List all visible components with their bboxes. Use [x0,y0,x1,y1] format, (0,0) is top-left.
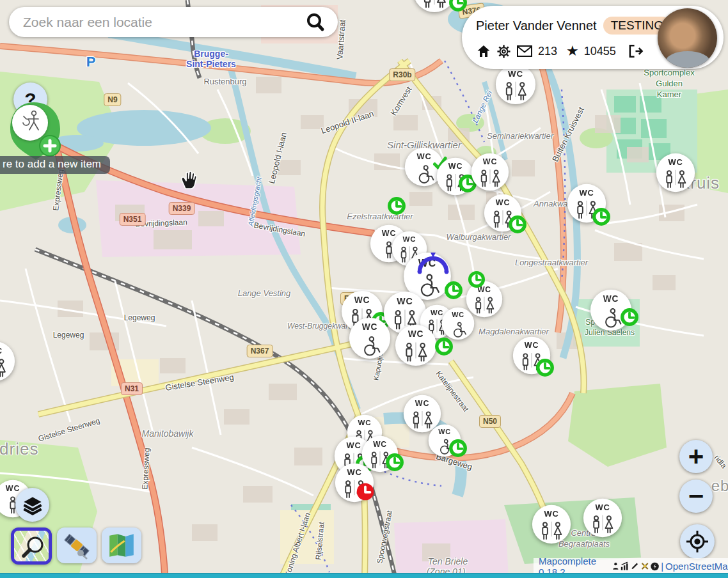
svg-text:WC: WC [373,440,387,449]
toilet-marker[interactable]: WC [441,307,475,340]
map-label: Ten Briele [428,556,468,566]
toilet-marker[interactable]: WC [590,289,632,331]
svg-text:WC: WC [544,509,558,519]
toilet-marker[interactable]: WC [471,153,509,191]
map-label: Rijselstraat [313,522,326,560]
map-label: Bevrijdingslaan [253,221,306,238]
map-label: Spoorwegstraat [375,510,394,564]
map-label: Leopold II-laan [320,109,375,136]
map-label: Leopold I-laan [267,131,289,185]
theme-color-bar [0,573,728,578]
svg-text:WC: WC [595,503,610,512]
map-label: Lange Vesting [238,288,291,298]
map-label: Sint-Pieters [186,59,236,69]
map-label: Seminariekwartier [487,131,553,141]
osm-link[interactable]: OpenStreetMap [665,561,728,572]
map-overlay: Brugge-Sint-PietersRustenburgPVaartstraa… [0,0,728,578]
zoom-in-button[interactable]: + [679,440,713,473]
layers-button[interactable] [15,488,49,522]
search-button[interactable] [301,11,330,34]
map-label: Koning Albert I-laan [283,512,312,578]
svg-text:WC: WC [525,341,539,350]
svg-text:WC: WC [358,418,372,426]
map-label: Brugge- [194,49,228,59]
style-satellite-button[interactable] [57,527,97,563]
avatar[interactable] [658,8,717,68]
svg-text:WC: WC [483,157,498,166]
toilet-marker[interactable]: WC [567,184,606,223]
map-label: Afleidingsgracht [246,176,262,226]
toilet-marker[interactable]: WC [395,324,437,366]
logout-icon[interactable] [628,44,644,58]
toilet-marker[interactable]: WC [583,498,622,538]
svg-text:WC: WC [477,285,491,294]
map-label: Manitobawijk [142,428,194,439]
gear-icon[interactable] [496,44,511,59]
map-label: eb [711,477,728,495]
message-count: 213 [538,45,557,58]
svg-text:WC: WC [508,69,523,79]
road-ref-badge: N367 [247,345,273,357]
svg-text:WC: WC [496,198,510,207]
svg-text:WC: WC [347,467,361,477]
svg-text:WC: WC [408,329,424,339]
road-ref-badge: N339 [169,202,195,215]
search-input[interactable] [22,14,301,31]
geolocate-button[interactable] [680,524,715,559]
svg-text:WC: WC [0,346,3,355]
style-map-button[interactable] [102,527,141,563]
map-label: ndries [0,439,38,459]
map-label: Kamer [657,90,681,99]
toilet-marker[interactable]: WC [428,424,461,457]
chart-icon[interactable] [621,561,629,571]
zoom-out-button[interactable]: − [679,480,713,513]
toilet-marker[interactable]: WC [656,153,695,192]
attribution-separator: | [661,561,663,572]
add-item-pin[interactable] [5,97,69,164]
community-icon[interactable] [651,561,659,572]
svg-text:WC: WC [6,484,20,493]
svg-text:WC: WC [603,294,619,304]
svg-text:WC: WC [668,157,683,167]
tools-icon[interactable] [641,561,649,571]
map-label: Ezelstraatkwartier [347,212,413,221]
map-label: Gistelse Steenweg [37,416,101,444]
toilet-marker[interactable]: WC [532,504,571,544]
toilet-marker[interactable]: WC [436,157,475,196]
geolocate-icon [686,530,709,553]
toilet-marker[interactable]: WC [484,194,522,232]
map-label: ridla [712,453,728,470]
map-label: Expressweg [140,448,151,490]
toilet-marker[interactable]: WC [335,463,374,503]
map-label: Rustenburg [203,77,246,86]
style-carto-button[interactable] [11,527,52,565]
svg-text:WC: WC [397,296,413,306]
toilet-marker[interactable]: WC [349,317,391,359]
svg-text:WC: WC [362,322,378,332]
map-label: Longestraatkwartier [515,258,588,267]
statistics-icon[interactable] [612,561,619,571]
map-label: Walburgakwartier [447,232,511,242]
opening-hours-open-badge [387,196,406,215]
toilet-marker[interactable]: WC [413,0,456,13]
toilet-marker[interactable]: WC [0,341,15,382]
svg-text:WC: WC [416,152,431,161]
map-label: Magdalenakwartier [479,327,549,336]
toilet-marker[interactable]: WC [495,64,536,105]
toilet-marker[interactable]: WC [512,336,551,375]
hand-cursor-icon [178,168,202,193]
map-label: Expressweg [51,169,65,212]
map-label: Buiten Kruisvest [550,105,586,164]
background-style-row [11,527,141,565]
messages-icon[interactable] [516,44,533,58]
star-count: 10455 [584,45,616,58]
attribution-bar: Mapcomplete 0.18.2 | OpenStreetMap [534,558,728,574]
edit-icon[interactable] [631,561,638,571]
svg-text:WC: WC [415,399,430,408]
svg-text:WC: WC [579,188,594,198]
magnifier-icon [21,535,47,560]
star-icon: ★ [566,43,579,59]
home-icon[interactable] [476,43,491,59]
svg-text:WC: WC [354,295,370,305]
svg-text:WC: WC [438,428,450,435]
